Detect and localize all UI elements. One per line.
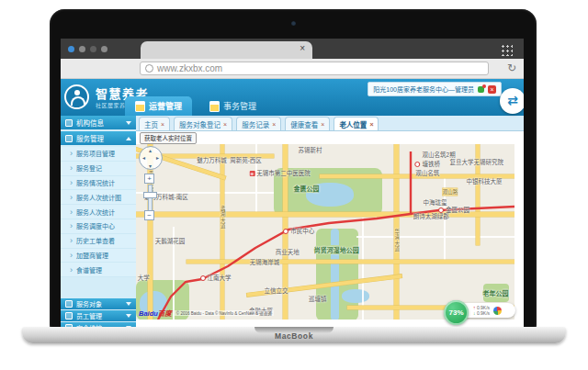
screenshot-stage: www.zkxbx.com ↻ 智慧养老 社区居家养老服务系统 运营管理 事务管… (0, 0, 588, 370)
map-label: 观山名筑 (415, 168, 439, 177)
document-tab-label: 服务记录 (242, 119, 269, 129)
pan-up-icon[interactable]: ▴ (149, 147, 152, 153)
document-tab[interactable]: 健康查看 (285, 117, 330, 130)
document-tab-label: 老人位置 (339, 119, 367, 129)
zoom-out-button[interactable]: − (144, 210, 154, 220)
brand-logo-icon (64, 84, 89, 109)
map-label: 中银科技大厦 (467, 176, 503, 185)
download-arrow-icon: ↓ (473, 310, 476, 316)
sidebar-item[interactable]: 服务人次统计 (61, 205, 136, 219)
window-control-dot[interactable] (101, 46, 107, 52)
sidebar-section-header[interactable]: 机构信息 (61, 116, 136, 129)
speed-rows: ↑ 0.9K/s ↓ 0.9K/s (473, 305, 490, 316)
memory-percent-ball[interactable]: 73% (444, 300, 469, 325)
sidebar-item-label: 服务调度中心 (76, 221, 115, 230)
browser-toolbar: www.zkxbx.com ↻ (61, 59, 524, 79)
map-label: 江南大学 (200, 273, 232, 282)
sidebar-item[interactable]: 食谱管理 (61, 263, 136, 277)
sidebar-section-header[interactable]: 员工管理 (61, 310, 136, 321)
window-control-dot[interactable] (68, 46, 74, 52)
chevron-down-icon (126, 302, 131, 306)
laptop-base: MacBook (22, 327, 566, 343)
document-tab-label: 主页 (144, 119, 158, 129)
map-label: 无锡市第二中医医院 (249, 168, 311, 177)
apps-grid-icon[interactable] (500, 43, 513, 56)
map-label: 金匮公园 (293, 184, 319, 193)
chevron-down-icon (126, 314, 131, 318)
doc-icon (135, 101, 145, 112)
sidebar-item-label: 食谱管理 (76, 265, 102, 275)
main-nav: 运营管理 事务管理 (125, 96, 266, 116)
sidebar-item[interactable]: 服务情况统计 (61, 176, 136, 191)
pan-right-icon[interactable]: ▸ (156, 154, 159, 161)
notification-icon[interactable] (478, 86, 484, 93)
window-control-dot[interactable] (79, 46, 85, 52)
map-label: 老年公园 (482, 288, 508, 297)
sidebar-item[interactable]: 服务调度中心 (61, 219, 136, 234)
sidebar-item-label: 历史工单查看 (76, 236, 115, 245)
sidebar-section-header[interactable]: 服务管理 (61, 131, 136, 145)
browser-ball-icon[interactable] (493, 307, 502, 315)
sidebar-item-label: 加盟商管理 (76, 251, 108, 260)
section-icon (65, 135, 73, 142)
map-label: 魅力万科城 (197, 155, 227, 164)
sidebar-top-sections: 机构信息 服务管理 (61, 116, 136, 145)
main-nav-tab[interactable]: 运营管理 (125, 96, 192, 116)
url-text: www.zkxbx.com (157, 63, 222, 73)
window-control-dot[interactable] (90, 46, 96, 52)
map-label: 无锡海岸城 (250, 257, 280, 266)
close-icon[interactable]: × (488, 85, 496, 94)
doc-icon (209, 101, 220, 112)
map-label: 观山路 (443, 188, 458, 196)
browser-tab[interactable] (141, 41, 312, 59)
map-label: 复旦大学无锡研究院 (450, 157, 504, 166)
baidu-logo: Baidu百度 (139, 308, 172, 318)
zoom-in-button[interactable]: + (144, 174, 154, 184)
map-label: 大学 (138, 273, 150, 282)
switch-user-button[interactable] (500, 88, 524, 114)
document-tab[interactable]: 服务记录 (236, 117, 281, 130)
map-label: 周新苑-西区 (230, 155, 262, 164)
baidu-map[interactable]: 周新苑-西区魅力万科城苏锡新村无锡市第二中医医院魅力万科城-南区金匮公园塘铁桥观… (136, 144, 514, 320)
site-info-icon[interactable] (145, 64, 153, 73)
sidebar-section-header[interactable]: 服务对象 (61, 298, 136, 309)
reload-icon[interactable]: ↻ (507, 62, 516, 74)
address-bar[interactable]: www.zkxbx.com (140, 62, 489, 75)
sidebar-section-label: 员工管理 (76, 311, 102, 320)
sidebar-item[interactable]: 历史工单查看 (61, 234, 136, 249)
browser-titlebar (61, 39, 524, 59)
document-tab[interactable]: 老人位置 (334, 117, 379, 130)
document-tab[interactable]: 服务对象登记 (174, 117, 232, 130)
sidebar-item[interactable]: 加盟商管理 (61, 249, 136, 263)
sidebar-item[interactable]: 服务登记 (61, 162, 136, 176)
section-icon (65, 312, 73, 320)
map-attribution: © 2016 Baidu - Data © NavInfo & CenNavi … (175, 310, 274, 316)
sidebar-item[interactable]: 服务人次统计图 (61, 190, 136, 205)
document-tab[interactable]: 主页 (139, 117, 170, 130)
sidebar-item-label: 服务登记 (76, 163, 102, 173)
map-label: 天鹅湖花园 (155, 236, 186, 245)
laptop-brand-label: MacBook (22, 331, 566, 341)
pan-left-icon[interactable]: ◂ (142, 154, 145, 161)
sidebar-service-items: 服务项目管理 服务登记 服务情况统计 服务人次统计图 服务人次统计 服务调度中心… (61, 147, 136, 277)
document-tab-label: 健康查看 (290, 119, 318, 129)
map-label: 塘铁桥 (414, 159, 440, 168)
sidebar-item-label: 服务项目管理 (76, 149, 115, 158)
map-label: 苏锡新村 (299, 145, 322, 154)
document-tab-label: 服务对象登记 (179, 119, 220, 129)
sidebar: 机构信息 服务管理 服务项目管理 服务登记 服务情况统计 (61, 116, 136, 327)
main-nav-tab[interactable]: 事务管理 (199, 96, 266, 116)
pan-down-icon[interactable]: ▾ (149, 163, 152, 169)
webcam-icon (291, 21, 296, 26)
map-pan-control[interactable]: ▴ ▾ ◂ ▸ (139, 146, 163, 170)
sidebar-item[interactable]: 服务项目管理 (61, 147, 136, 162)
get-elder-location-button[interactable]: 获取老人实时位置 (140, 132, 197, 144)
zoom-slider-handle[interactable] (143, 192, 157, 198)
map-label: 华清大道 (393, 229, 401, 252)
chevron-down-icon (126, 121, 131, 125)
sidebar-section-label: 服务对象 (76, 299, 102, 308)
user-info-bar: 阳光100居家养老服务中心—管理员 × (368, 82, 502, 96)
sidebar-bottom-sections: 服务对象 员工管理 安全维护 (61, 298, 136, 327)
map-label: 蠡湖大道 (220, 206, 227, 230)
chevron-down-icon (126, 137, 131, 140)
